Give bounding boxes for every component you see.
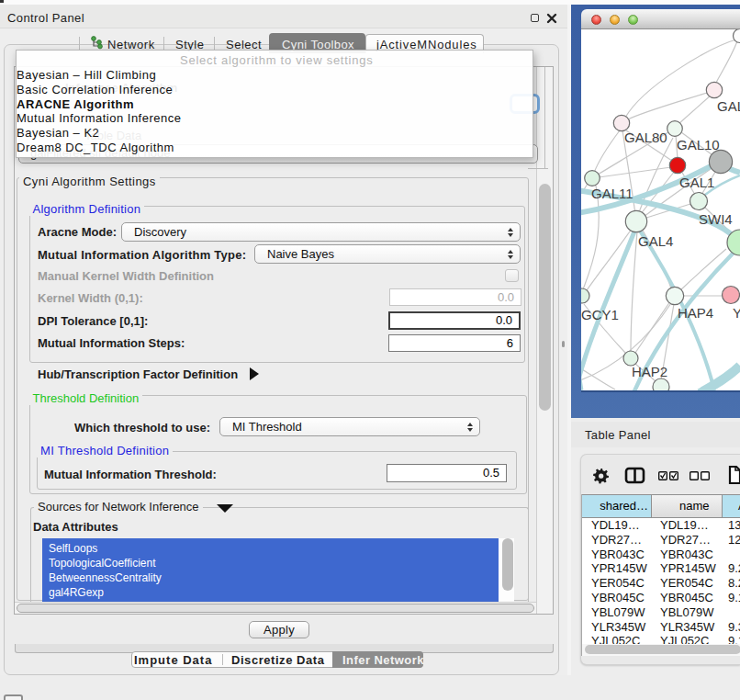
svg-text:GAL80: GAL80 [624, 130, 667, 145]
svg-text:Y: Y [733, 305, 740, 321]
svg-text:SWI4: SWI4 [699, 211, 733, 227]
svg-text:GAL1: GAL1 [679, 175, 714, 190]
svg-text:GAL10: GAL10 [677, 137, 720, 152]
svg-text:GAL11: GAL11 [591, 186, 633, 201]
svg-text:GAL4: GAL4 [638, 233, 673, 249]
svg-text:GAL7: GAL7 [717, 98, 740, 114]
svg-text:GCY1: GCY1 [581, 307, 619, 322]
svg-text:HAP4: HAP4 [678, 305, 713, 321]
svg-text:HAP2: HAP2 [632, 364, 667, 379]
